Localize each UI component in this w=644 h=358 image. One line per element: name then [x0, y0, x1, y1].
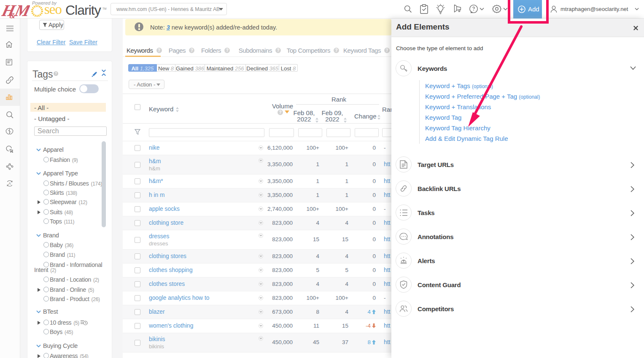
svg-text:A: A [8, 182, 11, 186]
